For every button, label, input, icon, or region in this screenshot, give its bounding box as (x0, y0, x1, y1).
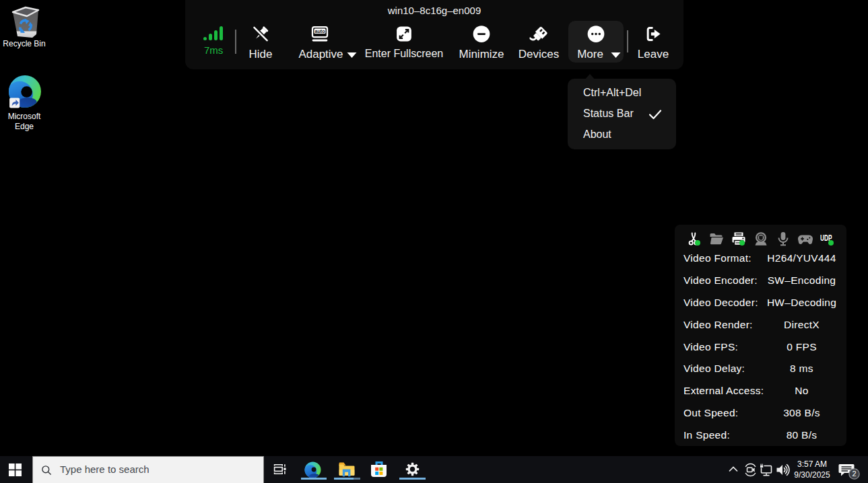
svg-text:2: 2 (852, 470, 856, 478)
svg-text:auto: auto (314, 28, 325, 34)
